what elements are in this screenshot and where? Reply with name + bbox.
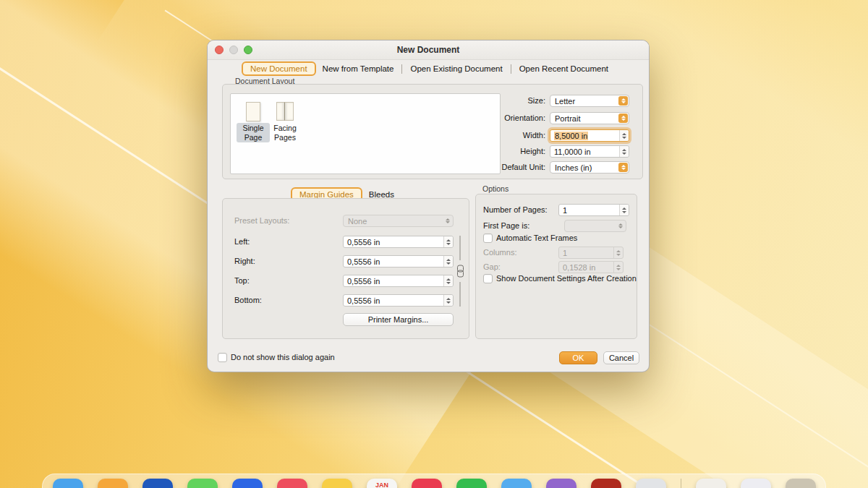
chain-segment xyxy=(459,282,461,307)
printer-margins-button[interactable]: Printer Margins... xyxy=(343,313,454,326)
music-icon[interactable] xyxy=(412,479,442,488)
margin-bottom-stepper[interactable] xyxy=(443,295,453,306)
ok-button[interactable]: OK xyxy=(559,351,597,364)
orientation-value: Portrait xyxy=(555,114,580,124)
show-settings-label: Show Document Settings After Creation xyxy=(496,274,637,283)
margin-right-field[interactable]: 0,5556 in xyxy=(343,255,454,267)
podcasts-icon[interactable] xyxy=(546,479,576,488)
size-label: Size: xyxy=(459,95,545,107)
layout-label: Facing Pages xyxy=(268,123,302,142)
default-unit-label: Default Unit: xyxy=(459,161,545,174)
show-settings-checkbox[interactable]: Show Document Settings After Creation xyxy=(483,274,637,283)
margin-right-stepper[interactable] xyxy=(443,256,453,267)
automatic-text-frames-label: Automatic Text Frames xyxy=(496,234,577,243)
documents-stack-icon[interactable] xyxy=(741,479,771,488)
dialog-tabs: New Document New from Template Open Exis… xyxy=(208,61,649,76)
margin-top-field[interactable]: 0,5556 in xyxy=(343,275,454,287)
single-page-icon xyxy=(246,102,260,121)
popup-arrows-icon xyxy=(618,114,628,123)
orientation-select[interactable]: Portrait xyxy=(550,112,629,124)
calendar-icon[interactable]: JAN xyxy=(367,479,397,488)
dock-separator xyxy=(681,479,681,488)
trash-icon[interactable] xyxy=(786,479,816,488)
margin-left-stepper[interactable] xyxy=(443,236,453,247)
calendar-month-label: JAN xyxy=(367,481,397,488)
checkbox-box xyxy=(218,353,227,362)
default-unit-select[interactable]: Inches (in) xyxy=(550,161,629,174)
popup-arrows-icon xyxy=(618,163,628,172)
tab-new-from-template[interactable]: New from Template xyxy=(316,62,401,75)
preset-layouts-label: Preset Layouts: xyxy=(234,215,314,227)
margin-left-label: Left: xyxy=(234,236,314,248)
checkbox-box xyxy=(483,234,493,243)
finder-icon[interactable] xyxy=(53,479,83,488)
width-value: 8,5000 in xyxy=(554,132,588,140)
automatic-text-frames-checkbox[interactable]: Automatic Text Frames xyxy=(483,234,577,243)
height-value: 11,0000 in xyxy=(554,147,591,156)
preset-layouts-select: None xyxy=(343,215,454,227)
cancel-button[interactable]: Cancel xyxy=(603,351,639,364)
titlebar[interactable]: New Document xyxy=(208,40,649,60)
margin-right-label: Right: xyxy=(234,255,314,267)
dont-show-again-label: Do not show this dialog again xyxy=(231,353,335,362)
pages-stepper[interactable] xyxy=(619,205,629,215)
messages-icon[interactable] xyxy=(187,479,218,488)
margin-left-field[interactable]: 0,5556 in xyxy=(343,236,454,248)
tab-divider xyxy=(511,64,511,74)
size-value: Letter xyxy=(555,97,575,106)
margin-bottom-value: 0,5556 in xyxy=(347,296,380,305)
document-layout-group: Single Page Facing Pages Size: Letter Or… xyxy=(222,84,643,179)
downloads-stack-icon[interactable] xyxy=(696,479,726,488)
tab-divider xyxy=(401,64,402,74)
layout-label: Single Page xyxy=(237,123,270,142)
numbers-icon[interactable] xyxy=(456,479,487,488)
twitter-icon[interactable] xyxy=(501,479,532,488)
margin-top-label: Top: xyxy=(234,275,314,287)
preview-icon[interactable] xyxy=(636,479,666,488)
chain-link-icon xyxy=(456,265,464,278)
height-stepper[interactable] xyxy=(619,146,629,157)
margin-link-widget[interactable] xyxy=(456,236,464,307)
new-document-dialog: New Document New Document New from Templ… xyxy=(207,40,650,372)
preset-layouts-value: None xyxy=(348,217,367,226)
chain-segment xyxy=(459,236,461,260)
margins-group: Preset Layouts: None Left: 0,5556 in Rig… xyxy=(222,198,469,339)
columns-label: Columns: xyxy=(483,247,556,259)
width-field[interactable]: 8,5000 in xyxy=(550,129,629,142)
options-group: Number of Pages: 1 First Page is: Automa… xyxy=(475,194,637,339)
height-field[interactable]: 11,0000 in xyxy=(550,145,629,158)
safari-icon[interactable] xyxy=(142,479,173,488)
appstore-icon[interactable] xyxy=(232,479,263,488)
popup-arrows-icon xyxy=(443,216,452,226)
width-stepper[interactable] xyxy=(619,130,629,141)
gap-label: Gap: xyxy=(483,261,556,273)
margin-bottom-label: Bottom: xyxy=(234,294,314,307)
layout-facing-pages[interactable]: Facing Pages xyxy=(268,100,302,142)
tab-open-existing[interactable]: Open Existing Document xyxy=(404,62,509,75)
margin-top-stepper[interactable] xyxy=(443,275,453,286)
number-of-pages-value: 1 xyxy=(563,206,567,215)
margin-top-value: 0,5556 in xyxy=(347,277,380,286)
notes-icon[interactable] xyxy=(322,479,352,488)
height-label: Height: xyxy=(459,145,545,158)
tab-open-recent[interactable]: Open Recent Document xyxy=(513,62,615,75)
size-select[interactable]: Letter xyxy=(550,95,629,107)
popup-arrows-icon xyxy=(616,221,625,231)
columns-field: 1 xyxy=(558,247,624,259)
tab-new-document[interactable]: New Document xyxy=(242,61,316,76)
red-app-icon[interactable] xyxy=(591,479,621,488)
facing-pages-icon xyxy=(276,102,294,121)
photos-icon[interactable] xyxy=(277,479,307,488)
margin-right-value: 0,5556 in xyxy=(347,257,380,266)
gap-field: 0,1528 in xyxy=(558,261,624,273)
checkbox-box xyxy=(483,274,493,283)
gap-value: 0,1528 in xyxy=(563,263,595,272)
margin-bottom-field[interactable]: 0,5556 in xyxy=(343,294,454,307)
launchpad-icon[interactable] xyxy=(98,479,128,488)
margin-left-value: 0,5556 in xyxy=(347,238,380,247)
orientation-label: Orientation: xyxy=(459,112,545,124)
popup-arrows-icon xyxy=(618,96,628,106)
dont-show-again-checkbox[interactable]: Do not show this dialog again xyxy=(218,353,335,362)
number-of-pages-field[interactable]: 1 xyxy=(558,204,629,216)
layout-single-page[interactable]: Single Page xyxy=(237,100,270,142)
